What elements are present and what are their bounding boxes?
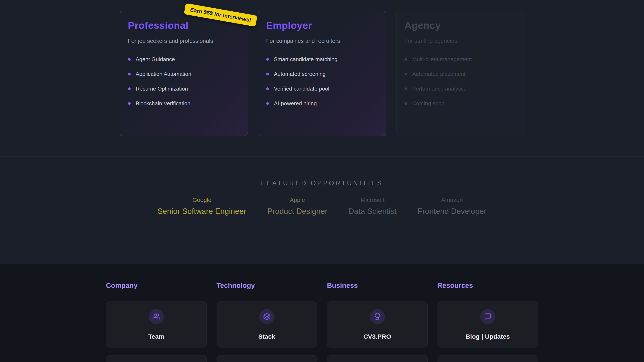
footer-column-resources: Resources Blog | Updates [438,282,538,362]
footer-card-partial[interactable] [438,355,538,362]
footer-card-partial[interactable] [106,355,207,362]
plan-feature-label: Application Automation [136,71,192,77]
plan-subtitle: For staffing agencies [404,38,516,44]
job-company: Apple [267,197,328,203]
plan-title: Professional [128,19,240,31]
bullet-icon [404,87,407,90]
plan-feature: Application Automation [128,71,240,77]
plan-feature-label: AI-powered hiring [274,100,317,107]
footer-card-label: Stack [258,333,275,340]
plan-feature-label: Smart candidate matching [274,56,338,63]
plan-feature-label: Agent Guidance [136,56,175,63]
plan-card-employer[interactable]: Employer For companies and recruiters Sm… [258,11,386,136]
featured-opportunities-section: FEATURED OPPORTUNITIES Google Senior Sof… [0,157,644,240]
plan-title: Agency [404,19,516,31]
bullet-icon [266,102,269,105]
footer-card-partial[interactable] [216,355,317,362]
job-company: Amazon [418,197,486,203]
bullet-icon [266,87,269,90]
featured-heading: FEATURED OPPORTUNITIES [0,180,644,187]
bullet-icon [404,102,407,105]
footer-grid: Company Team Technology Stack [106,282,538,362]
bullet-icon [266,58,269,61]
layers-icon [259,309,274,324]
footer-card-team[interactable]: Team [106,302,207,348]
job-title: Data Scientist [348,207,396,216]
bullet-icon [128,73,131,75]
plan-feature: Coming soon... [404,100,516,107]
bullet-icon [404,58,407,61]
plan-title: Employer [266,19,378,31]
bullet-icon [128,58,131,61]
job-title: Frontend Developer [418,207,486,216]
footer: Company Team Technology Stack [0,264,644,362]
bullet-icon [404,73,407,75]
bullet-icon [128,102,131,105]
plan-feature: Blockchain Verification [128,100,240,107]
job-company: Microsoft [348,197,396,203]
plans-row: Professional For job seekers and profess… [0,0,644,136]
footer-card-label: Team [148,333,164,340]
footer-column-business: Business CV3.PRO [327,282,428,362]
plan-feature-label: Automated screening [274,71,326,77]
plan-feature: Verified candidate pool [266,86,378,92]
plan-feature-label: Performance analytics [412,86,466,92]
footer-heading: Company [106,282,207,290]
plan-feature: Smart candidate matching [266,56,378,63]
job-item-microsoft[interactable]: Microsoft Data Scientist [348,197,396,216]
plan-feature-label: Blockchain Verification [136,100,190,107]
bullet-icon [266,73,269,75]
plan-feature: Automated screening [266,71,378,77]
bullet-icon [128,87,131,90]
plan-feature-label: Automated placement [412,71,466,77]
footer-column-company: Company Team [106,282,207,362]
plan-feature-list: Agent Guidance Application Automation Ré… [128,56,240,107]
job-title: Product Designer [267,207,328,216]
plan-feature: AI-powered hiring [266,100,378,107]
footer-card-blog[interactable]: Blog | Updates [438,302,538,348]
footer-column-technology: Technology Stack [216,282,317,362]
plan-feature-label: Résumé Optimization [136,86,188,92]
plan-feature-list: Smart candidate matching Automated scree… [266,56,378,107]
plan-feature-label: Coming soon... [412,100,449,107]
plan-feature-list: Multi-client management Automated placem… [404,56,516,107]
plan-feature-label: Multi-client management [412,56,472,63]
plan-feature: Agent Guidance [128,56,240,63]
plans-section: Earn $$$ for Interviews! Professional Fo… [0,0,644,157]
plan-feature: Performance analytics [404,86,516,92]
job-company: Google [158,197,246,203]
plan-feature: Automated placement [404,71,516,77]
users-icon [149,309,164,324]
plan-subtitle: For job seekers and professionals [128,38,240,44]
footer-heading: Resources [438,282,538,290]
plan-card-agency: Agency For staffing agencies Multi-clien… [396,11,524,136]
plan-feature-label: Verified candidate pool [274,86,329,92]
spacer-strip [0,240,644,264]
job-item-amazon[interactable]: Amazon Frontend Developer [418,197,486,216]
jobs-row: Google Senior Software Engineer Apple Pr… [0,197,644,216]
plan-subtitle: For companies and recruiters [266,38,378,44]
footer-heading: Technology [216,282,317,290]
footer-heading: Business [327,282,428,290]
plan-feature: Multi-client management [404,56,516,63]
plan-feature: Résumé Optimization [128,86,240,92]
footer-card-label: CV3.PRO [364,333,391,340]
footer-card-label: Blog | Updates [466,333,510,340]
job-item-google[interactable]: Google Senior Software Engineer [158,197,246,216]
job-item-apple[interactable]: Apple Product Designer [267,197,328,216]
job-title: Senior Software Engineer [158,207,246,216]
footer-card-stack[interactable]: Stack [216,302,317,348]
plan-card-professional[interactable]: Professional For job seekers and profess… [120,11,248,136]
footer-card-partial[interactable] [327,355,428,362]
award-icon [370,309,385,324]
message-icon [480,309,496,324]
footer-card-cv3pro[interactable]: CV3.PRO [327,302,428,348]
